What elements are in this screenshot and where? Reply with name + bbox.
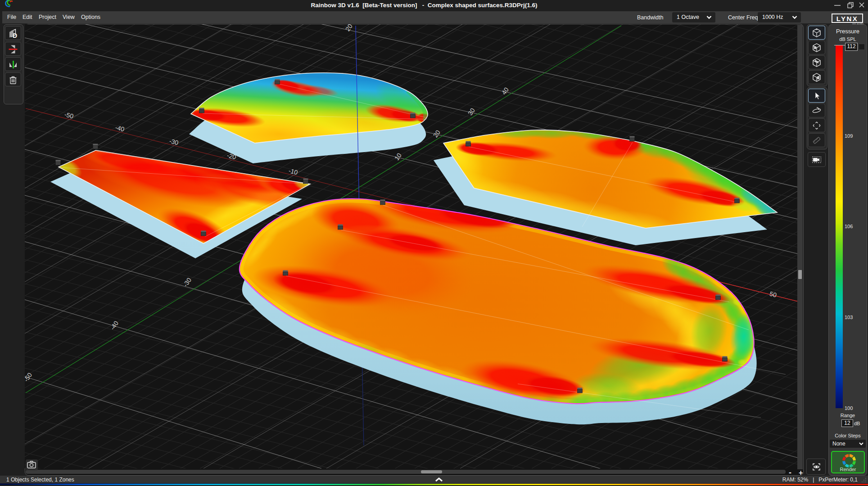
svg-text:D: D [13,32,17,38]
